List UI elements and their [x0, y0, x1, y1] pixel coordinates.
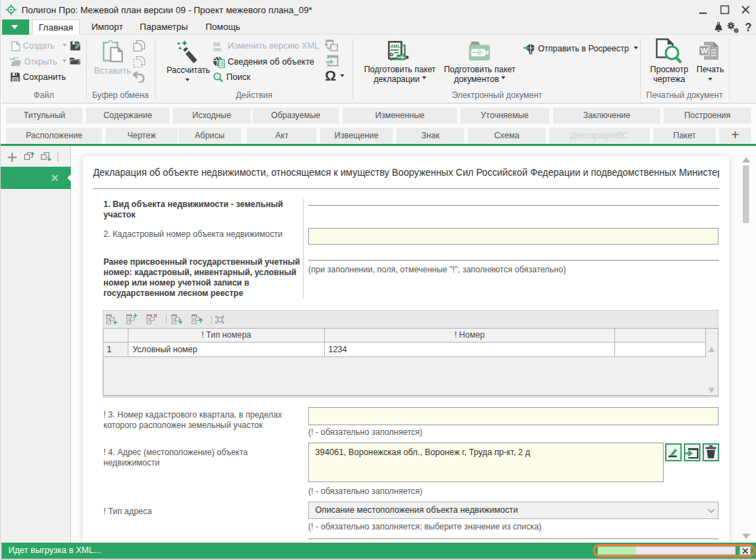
svg-text:W: W: [700, 47, 708, 55]
svg-text:XML: XML: [390, 44, 401, 49]
svg-text:?: ?: [745, 22, 752, 33]
svg-text:XML: XML: [213, 47, 223, 51]
